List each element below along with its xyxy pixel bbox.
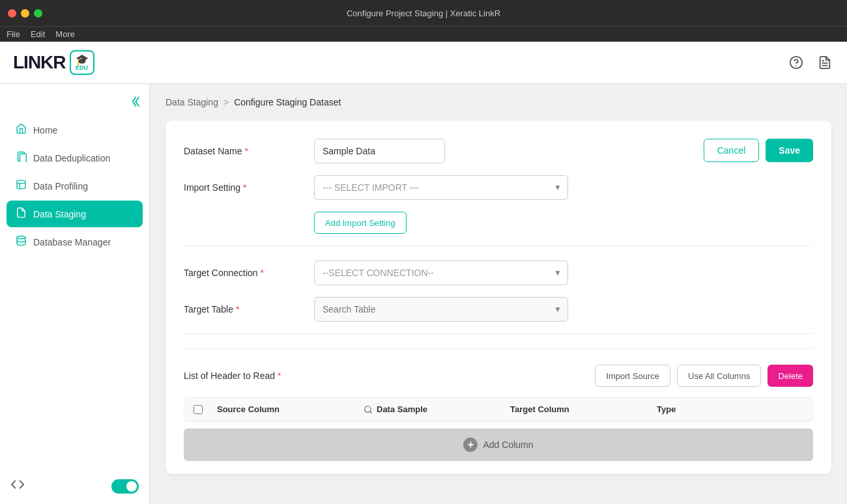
help-icon[interactable]: [787, 53, 805, 72]
sidebar-item-profiling-label: Data Profiling: [33, 181, 88, 191]
list-header-label: List of Header to Read *: [184, 371, 301, 381]
sidebar-item-dbmanager[interactable]: Database Manager: [7, 229, 143, 255]
logo-badge: 🎓 EDU: [70, 50, 94, 75]
data-sample-header: Data Sample: [364, 404, 510, 414]
graduation-icon: 🎓: [76, 55, 89, 65]
svg-point-7: [17, 236, 25, 238]
import-setting-select-wrapper: --- SELECT IMPORT --- ▼: [314, 175, 568, 200]
sidebar: Home Data Deduplication: [0, 84, 150, 504]
headers-section: List of Header to Read * Import Source U…: [184, 348, 813, 461]
target-connection-label: Target Connection *: [184, 268, 301, 278]
import-setting-label: Import Setting *: [184, 182, 301, 193]
breadcrumb-current: Configure Staging Dataset: [234, 97, 341, 107]
target-column-header: Target Column: [510, 404, 657, 414]
dedup-icon: [16, 151, 27, 165]
code-icon[interactable]: [10, 477, 25, 495]
import-source-button[interactable]: Import Source: [595, 365, 670, 387]
required-star-table: *: [236, 304, 239, 315]
target-connection-row: Target Connection * --SELECT CONNECTION-…: [184, 260, 813, 285]
target-connection-select-wrapper: --SELECT CONNECTION-- ▼: [314, 260, 568, 285]
app-header: LINKR 🎓 EDU: [0, 42, 847, 84]
add-column-bar[interactable]: + Add Column: [184, 428, 813, 461]
breadcrumb-separator: >: [223, 97, 229, 107]
source-column-header: Source Column: [217, 404, 364, 414]
add-import-button[interactable]: Add Import Setting: [314, 212, 407, 234]
form-actions: Cancel Save: [704, 139, 813, 162]
table-header: Source Column Data Sample Target Column …: [184, 398, 812, 421]
target-table-row: Target Table * ▼: [184, 297, 813, 322]
app-container: LINKR 🎓 EDU: [0, 42, 847, 504]
window-title: Configure Project Staging | Xeratic Link…: [347, 8, 500, 18]
svg-line-9: [370, 411, 372, 413]
svg-rect-6: [17, 180, 25, 189]
required-star-conn: *: [261, 268, 264, 278]
logo-text: LINKR: [13, 52, 66, 73]
sidebar-nav: Home Data Deduplication: [0, 113, 149, 259]
menu-file[interactable]: File: [7, 29, 20, 39]
sidebar-item-dbmanager-label: Database Manager: [33, 237, 111, 247]
columns-table: Source Column Data Sample Target Column …: [184, 397, 813, 422]
import-setting-row: Import Setting * --- SELECT IMPORT --- ▼: [184, 175, 813, 200]
target-table-search-wrapper: ▼: [314, 297, 568, 322]
headers-actions: Import Source Use All Columns Delete: [595, 365, 813, 387]
minimize-button[interactable]: [21, 9, 29, 18]
header-icons: [787, 53, 834, 72]
add-column-label: Add Column: [483, 440, 533, 450]
sidebar-item-home-label: Home: [33, 125, 57, 135]
breadcrumb: Data Staging > Configure Staging Dataset: [165, 97, 831, 107]
maximize-button[interactable]: [34, 9, 42, 18]
sidebar-top: Home Data Deduplication: [0, 84, 149, 266]
target-table-search[interactable]: [314, 297, 568, 322]
title-bar: Configure Project Staging | Xeratic Link…: [0, 0, 847, 26]
window-controls[interactable]: [8, 9, 42, 18]
sidebar-item-staging[interactable]: Data Staging: [7, 201, 143, 227]
home-icon: [16, 123, 27, 137]
sidebar-collapse-button[interactable]: [0, 91, 149, 113]
use-all-columns-button[interactable]: Use All Columns: [677, 365, 761, 387]
logo: LINKR 🎓 EDU: [13, 50, 94, 75]
type-header: Type: [657, 404, 803, 414]
required-star-import: *: [243, 182, 246, 193]
sidebar-item-dedup-label: Data Deduplication: [33, 153, 110, 163]
sidebar-item-profiling[interactable]: Data Profiling: [7, 173, 143, 199]
dataset-name-input[interactable]: [314, 139, 445, 163]
add-icon: +: [463, 438, 478, 452]
import-setting-select[interactable]: --- SELECT IMPORT ---: [314, 175, 568, 200]
sidebar-item-dedup[interactable]: Data Deduplication: [7, 145, 143, 171]
staging-icon: [16, 207, 27, 221]
logo-badge-text: EDU: [76, 65, 88, 71]
toggle-knob: [126, 481, 137, 492]
profiling-icon: [16, 179, 27, 193]
headers-header: List of Header to Read * Import Source U…: [184, 365, 813, 387]
checkbox-header: [194, 405, 217, 414]
dbmanager-icon: [16, 235, 27, 249]
sidebar-item-home[interactable]: Home: [7, 117, 143, 143]
form-card: Dataset Name * Cancel Save Import Settin…: [165, 120, 831, 474]
target-connection-select[interactable]: --SELECT CONNECTION--: [314, 260, 568, 285]
cancel-button[interactable]: Cancel: [704, 139, 760, 162]
close-button[interactable]: [8, 9, 16, 18]
content-area: Home Data Deduplication: [0, 84, 847, 504]
delete-button[interactable]: Delete: [768, 365, 813, 387]
menu-bar: File Edit More: [0, 26, 847, 42]
required-star-header: *: [278, 371, 281, 381]
required-star: *: [244, 146, 248, 156]
target-table-label: Target Table *: [184, 304, 301, 315]
breadcrumb-parent[interactable]: Data Staging: [165, 97, 218, 107]
main-content: Data Staging > Configure Staging Dataset…: [150, 84, 847, 504]
menu-more[interactable]: More: [55, 29, 75, 39]
svg-rect-5: [20, 154, 26, 162]
profile-icon[interactable]: [816, 53, 834, 72]
dataset-name-label: Dataset Name *: [184, 146, 301, 156]
menu-edit[interactable]: Edit: [31, 29, 45, 39]
sidebar-bottom: [0, 468, 149, 504]
select-all-checkbox[interactable]: [194, 405, 203, 414]
sidebar-item-staging-label: Data Staging: [33, 209, 86, 219]
theme-toggle[interactable]: [111, 479, 139, 494]
save-button[interactable]: Save: [766, 139, 813, 162]
